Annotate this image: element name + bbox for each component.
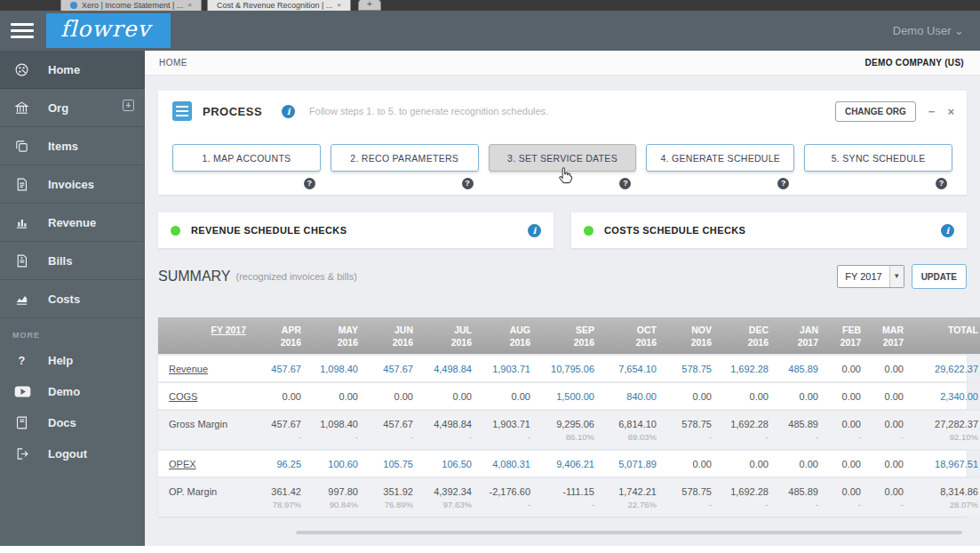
table-header-fy[interactable]: FY 2017 <box>211 325 246 335</box>
table-cell: 0.00 <box>826 355 869 382</box>
table-cell[interactable]: 106.50 <box>421 450 480 477</box>
sidebar-item-revenue[interactable]: Revenue <box>0 204 145 242</box>
table-cell[interactable]: 96.25 <box>254 450 309 477</box>
table-cell[interactable]: 457.67 <box>254 355 309 382</box>
row-label-link[interactable]: COGS <box>169 391 197 402</box>
table-cell[interactable]: 100.60 <box>309 450 366 477</box>
row-label: Gross Margin <box>169 419 227 429</box>
table-cell[interactable]: 1,692.28 <box>720 355 777 382</box>
table-cell: 0.00 <box>720 450 777 477</box>
area-chart-icon <box>14 292 32 307</box>
bill-icon <box>14 253 32 268</box>
step-button-4[interactable]: 4. GENERATE SCHEDULE <box>646 144 794 172</box>
update-button[interactable]: UPDATE <box>912 264 967 289</box>
table-cell[interactable]: 4,080.31 <box>480 450 538 477</box>
browser-tab-strip: Xero | Income Statement | ... × Cost & R… <box>0 0 980 11</box>
sidebar-item-label: Docs <box>48 416 76 429</box>
change-org-button[interactable]: CHANGE ORG <box>835 101 916 122</box>
close-tab-icon[interactable]: × <box>187 1 192 9</box>
browser-tab-xero[interactable]: Xero | Income Statement | ... × <box>60 0 202 11</box>
table-cell: 0.00 <box>480 382 538 410</box>
help-icon[interactable]: ? <box>619 178 631 189</box>
help-icon[interactable]: ? <box>304 178 315 189</box>
help-icon[interactable]: ? <box>462 178 474 189</box>
table-cell[interactable]: 5,071.89 <box>602 450 665 477</box>
sidebar-item-home[interactable]: Home <box>0 51 145 89</box>
table-cell: 361.4278.97% <box>254 477 309 517</box>
table-cell: 0.00- <box>869 477 912 517</box>
table-cell: 1,742.2122.76% <box>602 477 665 517</box>
table-cell[interactable]: 18,967.51 <box>912 450 980 477</box>
help-icon[interactable]: ? <box>936 178 947 189</box>
sidebar-item-bills[interactable]: Bills <box>0 242 145 280</box>
table-cell[interactable]: 4,498.84 <box>421 355 480 382</box>
table-cell[interactable]: 10,795.06 <box>538 355 602 382</box>
browser-tab-label: Cost & Revenue Recognition | ... <box>217 1 332 10</box>
info-icon[interactable]: i <box>528 224 541 237</box>
xero-favicon-icon <box>70 2 77 9</box>
table-cell[interactable]: 840.00 <box>602 382 665 410</box>
step-button-1[interactable]: 1. MAP ACCOUNTS <box>172 144 321 172</box>
table-cell[interactable]: 9,406.21 <box>538 450 602 477</box>
step-button-3[interactable]: 3. SET SERVICE DATES <box>489 144 637 172</box>
table-cell[interactable]: 578.75 <box>665 355 720 382</box>
sidebar-item-costs[interactable]: Costs <box>0 280 145 318</box>
table-cell[interactable]: 7,654.10 <box>602 355 665 382</box>
sidebar-item-label: Logout <box>48 447 87 461</box>
hamburger-menu-icon[interactable] <box>11 20 34 42</box>
sidebar-item-docs[interactable]: Docs <box>0 407 145 438</box>
table-row: OP. Margin361.4278.97%997.8090.84%351.92… <box>158 477 980 517</box>
table-cell[interactable]: 1,903.71 <box>480 355 538 382</box>
sidebar-item-demo[interactable]: Demo <box>0 376 145 407</box>
table-cell[interactable]: 1,098.40 <box>309 355 366 382</box>
table-cell[interactable]: 2,340.00 <box>912 382 980 410</box>
revenue-schedule-checks-panel[interactable]: REVENUE SCHEDULE CHECKS i <box>158 212 554 248</box>
table-cell[interactable]: 485.89 <box>777 355 826 382</box>
process-steps: 1. MAP ACCOUNTS?2. RECO PARAMETERS?3. SE… <box>158 132 967 195</box>
sidebar-item-label: Home <box>48 63 80 76</box>
table-cell: 0.00 <box>777 450 826 477</box>
company-name: DEMO COMPANY (US) <box>865 58 964 68</box>
close-icon[interactable]: × <box>947 105 954 118</box>
table-cell[interactable]: 105.75 <box>366 450 421 477</box>
logout-icon <box>14 446 32 461</box>
table-cell: 0.00 <box>869 355 912 382</box>
bank-icon <box>14 100 32 116</box>
fiscal-year-select[interactable]: FY 2017 ▼ <box>837 265 904 288</box>
help-icon[interactable]: ? <box>777 178 789 189</box>
user-menu[interactable]: Demo User ⌄ <box>893 24 964 37</box>
costs-schedule-checks-panel[interactable]: COSTS SCHEDULE CHECKS i <box>571 212 967 248</box>
row-label-link[interactable]: OPEX <box>169 459 196 469</box>
revenue-checks-title: REVENUE SCHEDULE CHECKS <box>191 225 347 236</box>
close-tab-icon[interactable]: × <box>337 1 341 9</box>
copy-icon <box>14 139 32 154</box>
sidebar-item-org[interactable]: Org+ <box>0 89 145 127</box>
row-label-link[interactable]: Revenue <box>169 364 208 374</box>
browser-tab-flowrev[interactable]: Cost & Revenue Recognition | ... × <box>207 0 351 11</box>
table-cell: 0.00 <box>665 382 720 410</box>
invoice-icon <box>14 177 32 192</box>
sidebar-item-label: Help <box>48 354 73 367</box>
table-cell[interactable]: 1,500.00 <box>538 382 602 410</box>
sidebar-item-help[interactable]: ?Help <box>0 345 145 376</box>
breadcrumb[interactable]: HOME <box>159 58 187 68</box>
minimize-icon[interactable]: − <box>928 105 936 118</box>
column-header: MAY2016 <box>309 317 366 355</box>
column-header: APR2016 <box>254 317 309 355</box>
horizontal-scrollbar[interactable] <box>296 531 962 534</box>
step-button-5[interactable]: 5. SYNC SCHEDULE <box>804 144 952 172</box>
sidebar-item-logout[interactable]: Logout <box>0 438 145 469</box>
add-org-icon[interactable]: + <box>123 100 134 111</box>
new-tab-button[interactable]: + <box>358 0 381 11</box>
sidebar-item-items[interactable]: Items <box>0 127 145 165</box>
flowrev-logo[interactable]: flowrev <box>46 13 171 48</box>
fiscal-year-value: FY 2017 <box>838 271 888 282</box>
info-icon[interactable]: i <box>941 224 954 237</box>
table-cell[interactable]: 457.67 <box>366 355 421 382</box>
table-cell[interactable]: 29,622.37 <box>912 355 980 382</box>
sidebar-item-label: Bills <box>48 254 72 268</box>
step-button-2[interactable]: 2. RECO PARAMETERS <box>331 144 479 172</box>
info-icon[interactable]: i <box>282 105 295 118</box>
sidebar-item-invoices[interactable]: Invoices <box>0 165 145 204</box>
process-subtitle: Follow steps 1. to 5. to generate recogn… <box>309 106 548 116</box>
